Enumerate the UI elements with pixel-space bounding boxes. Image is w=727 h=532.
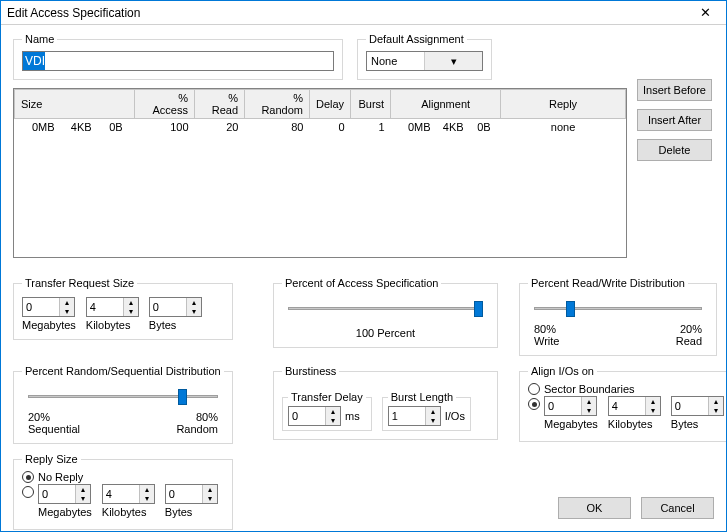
align-mb-spinner[interactable]: ▴▾ (544, 396, 597, 416)
cell-random: 80 (245, 119, 310, 136)
close-icon[interactable]: ✕ (690, 5, 720, 20)
default-assignment-select[interactable]: None ▾ (366, 51, 483, 71)
pct-access-legend: Percent of Access Specification (282, 277, 441, 289)
col-delay[interactable]: Delay (310, 90, 351, 119)
col-read[interactable]: % Read (195, 90, 245, 119)
reply-kb-spinner[interactable]: ▴▾ (102, 484, 155, 504)
col-random[interactable]: % Random (245, 90, 310, 119)
name-legend: Name (22, 33, 57, 45)
delete-button[interactable]: Delete (637, 139, 712, 161)
pct-rw-legend: Percent Read/Write Distribution (528, 277, 688, 289)
align-b-spinner[interactable]: ▴▾ (671, 396, 724, 416)
col-access[interactable]: % Access (135, 90, 195, 119)
pct-rs-legend: Percent Random/Sequential Distribution (22, 365, 224, 377)
default-assignment-value: None (367, 55, 424, 67)
align-fieldset: Align I/Os on Sector Boundaries ▴▾Megaby… (519, 365, 727, 442)
window-title: Edit Access Specification (7, 6, 690, 20)
pct-rs-fieldset: Percent Random/Sequential Distribution 2… (13, 365, 233, 444)
cell-size: 0MB 4KB 0B (15, 119, 135, 136)
pct-rw-fieldset: Percent Read/Write Distribution 80%Write… (519, 277, 717, 356)
cell-read: 20 (195, 119, 245, 136)
col-size[interactable]: Size (15, 90, 135, 119)
transfer-b-spinner[interactable]: ▴▾ (149, 297, 202, 317)
default-assignment-fieldset: Default Assignment None ▾ (357, 33, 492, 80)
align-legend: Align I/Os on (528, 365, 597, 377)
table-header-row: Size % Access % Read % Random Delay Burs… (15, 90, 626, 119)
cell-burst: 1 (351, 119, 391, 136)
chevron-down-icon: ▾ (424, 52, 482, 70)
cell-reply: none (501, 119, 626, 136)
col-reply[interactable]: Reply (501, 90, 626, 119)
burst-length-group: Burst Length ▴▾I/Os (382, 391, 471, 431)
transfer-delay-group: Transfer Delay ▴▾ms (282, 391, 372, 431)
transfer-size-fieldset: Transfer Request Size ▴▾Megabytes ▴▾Kilo… (13, 277, 233, 340)
pct-access-value: 100 Percent (282, 327, 489, 339)
spec-table[interactable]: Size % Access % Read % Random Delay Burs… (13, 88, 627, 258)
reply-mb-spinner[interactable]: ▴▾ (38, 484, 91, 504)
align-sector-radio[interactable]: Sector Boundaries (528, 383, 724, 395)
name-fieldset: Name (13, 33, 343, 80)
align-bytes-radio[interactable]: ▴▾Megabytes ▴▾Kilobytes ▴▾Bytes (528, 398, 724, 430)
burst-length-spinner[interactable]: ▴▾ (388, 406, 441, 426)
pct-access-slider[interactable] (288, 299, 483, 321)
col-burst[interactable]: Burst (351, 90, 391, 119)
cell-alignment: 0MB 4KB 0B (391, 119, 501, 136)
transfer-size-legend: Transfer Request Size (22, 277, 137, 289)
reply-legend: Reply Size (22, 453, 81, 465)
transfer-mb-spinner[interactable]: ▴▾ (22, 297, 75, 317)
reply-fieldset: Reply Size No Reply ▴▾Megabytes ▴▾Kiloby… (13, 453, 233, 530)
table-row[interactable]: 0MB 4KB 0B 100 20 80 0 1 0MB 4KB 0B none (15, 119, 626, 136)
cell-access: 100 (135, 119, 195, 136)
col-alignment[interactable]: Alignment (391, 90, 501, 119)
pct-access-fieldset: Percent of Access Specification 100 Perc… (273, 277, 498, 348)
pct-rw-slider[interactable] (534, 299, 702, 321)
transfer-kb-spinner[interactable]: ▴▾ (86, 297, 139, 317)
insert-before-button[interactable]: Insert Before (637, 79, 712, 101)
align-kb-spinner[interactable]: ▴▾ (608, 396, 661, 416)
cell-delay: 0 (310, 119, 351, 136)
insert-after-button[interactable]: Insert After (637, 109, 712, 131)
default-assignment-legend: Default Assignment (366, 33, 467, 45)
pct-rs-slider[interactable] (28, 387, 218, 409)
burstiness-legend: Burstiness (282, 365, 339, 377)
reply-size-radio[interactable]: ▴▾Megabytes ▴▾Kilobytes ▴▾Bytes (22, 486, 224, 518)
titlebar: Edit Access Specification ✕ (1, 1, 726, 25)
transfer-delay-spinner[interactable]: ▴▾ (288, 406, 341, 426)
cancel-button[interactable]: Cancel (641, 497, 714, 519)
reply-noreply-radio[interactable]: No Reply (22, 471, 224, 483)
reply-b-spinner[interactable]: ▴▾ (165, 484, 218, 504)
burstiness-fieldset: Burstiness Transfer Delay ▴▾ms Burst Len… (273, 365, 498, 440)
ok-button[interactable]: OK (558, 497, 631, 519)
name-input[interactable] (22, 51, 334, 71)
